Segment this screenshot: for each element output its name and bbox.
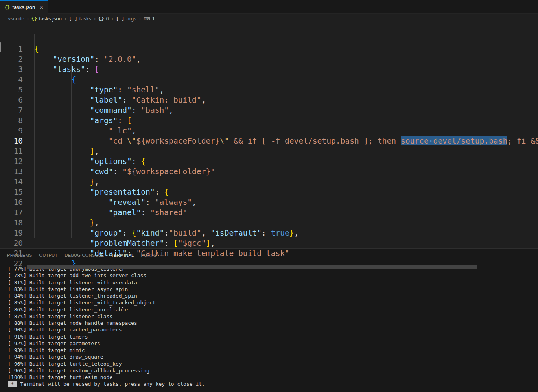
breadcrumb-item-tasks.json[interactable]: {}tasks.json — [31, 16, 62, 22]
breadcrumb-label: 0 — [106, 16, 109, 22]
json-braces-icon: {} — [31, 16, 37, 22]
code-token: : — [141, 208, 150, 217]
selection-highlight: devel/setup.bash — [433, 136, 508, 145]
selection-highlight: source — [401, 136, 429, 145]
breadcrumb-item-tasks[interactable]: [ ]tasks — [69, 16, 91, 22]
code-token: , — [160, 85, 164, 94]
code-token: : — [122, 96, 132, 105]
code-token: , — [201, 96, 206, 105]
code-token — [34, 228, 90, 237]
code-line[interactable]: 16 "reveal": "always", — [0, 197, 538, 208]
breadcrumb-item-0[interactable]: {}0 — [98, 16, 109, 22]
breadcrumb-item-.vscode[interactable]: .vscode — [7, 16, 24, 22]
horizontal-scrollbar[interactable] — [27, 244, 538, 248]
code-line[interactable]: 17 "panel": "shared" — [0, 208, 538, 218]
code-token: : — [132, 157, 141, 166]
code-token: , — [294, 228, 299, 237]
code-line-content: "type": "shell", — [23, 85, 164, 95]
code-token: } — [90, 218, 95, 227]
code-token: , — [136, 55, 141, 64]
code-line[interactable]: 7 "command": "bash", — [0, 105, 538, 116]
code-line-content: { — [23, 44, 39, 54]
code-line[interactable]: 5 "type": "shell", — [0, 85, 538, 95]
code-token: "Catkin: build" — [132, 96, 201, 105]
breadcrumb-separator-icon: › — [64, 16, 66, 22]
code-line[interactable]: 1{ — [0, 44, 538, 54]
line-number: 15 — [0, 187, 23, 197]
tab-tasks-json[interactable]: {} tasks.json ✕ — [0, 0, 48, 14]
code-editor[interactable]: 1{2 "version": "2.0.0",3 "tasks": [4 {5 … — [0, 24, 538, 248]
code-line[interactable]: 6 "label": "Catkin: build", — [0, 95, 538, 105]
code-token: { — [71, 75, 76, 84]
code-line[interactable]: 15 "presentation": { — [0, 187, 538, 197]
code-token: } — [289, 228, 294, 237]
terminal-line: [ 92%] Built target parameters — [8, 340, 538, 347]
code-line[interactable]: 14 }, — [0, 177, 538, 187]
line-number: 14 — [0, 177, 23, 187]
code-token — [34, 126, 109, 135]
line-number: 7 — [0, 105, 23, 116]
close-icon[interactable]: ✕ — [39, 4, 44, 10]
horizontal-scrollbar-thumb[interactable] — [27, 265, 477, 269]
code-line-content: "group": {"kind":"build", "isDefault": t… — [23, 228, 298, 238]
code-token — [34, 85, 90, 94]
code-token: "type" — [90, 85, 118, 94]
code-token — [34, 218, 90, 227]
code-token: \" — [220, 136, 229, 145]
code-token: "group" — [90, 228, 123, 237]
line-number: 22 — [0, 259, 23, 269]
line-number: 9 — [0, 126, 23, 136]
code-token: "version" — [53, 55, 94, 64]
code-line[interactable]: 2 "version": "2.0.0", — [0, 54, 538, 64]
breadcrumb-separator-icon: › — [27, 16, 29, 22]
breadcrumb-item-args[interactable]: [ ]args — [116, 16, 136, 22]
line-number: 20 — [0, 238, 23, 248]
code-token: : — [113, 167, 123, 176]
code-token: : — [146, 198, 155, 207]
code-token: "always" — [155, 198, 192, 207]
code-token — [34, 136, 109, 145]
code-line[interactable]: 12 "options": { — [0, 156, 538, 167]
code-token: "panel" — [109, 208, 141, 217]
code-token — [34, 55, 53, 64]
code-line[interactable]: 18 }, — [0, 218, 538, 228]
code-line[interactable]: 10 "cd \"${workspaceFolder}\" && if [ -f… — [0, 136, 538, 146]
code-line[interactable]: 9 "-lc", — [0, 126, 538, 136]
code-line[interactable]: 11 ], — [0, 146, 538, 156]
symbol-object-icon: {} — [98, 16, 104, 22]
line-number: 13 — [0, 167, 23, 177]
code-token: "build" — [169, 228, 201, 237]
task-reuse-badge: * — [8, 381, 17, 387]
code-token: "shell" — [127, 85, 160, 94]
code-token: : — [118, 85, 127, 94]
line-number: 4 — [0, 75, 23, 85]
code-line-content: "panel": "shared" — [23, 208, 187, 218]
code-token: } — [90, 177, 95, 186]
json-braces-icon: {} — [4, 5, 10, 10]
code-line[interactable]: 3 "tasks": [ — [0, 64, 538, 75]
terminal-line: [ 85%] Built target listener_with_tracke… — [8, 299, 538, 306]
code-token — [34, 208, 109, 217]
code-line-content: "label": "Catkin: build", — [23, 95, 206, 105]
code-line-content: "tasks": [ — [23, 64, 99, 75]
line-number: 21 — [0, 248, 23, 259]
code-line[interactable]: 4 { — [0, 75, 538, 85]
editor-tab-bar: {} tasks.json ✕ — [0, 0, 538, 14]
code-token: "-lc" — [109, 126, 132, 135]
terminal-line: [100%] Built target turtlesim_node — [8, 374, 538, 381]
code-line[interactable]: 8 "args": [ — [0, 116, 538, 126]
code-token — [34, 106, 90, 115]
code-token: : — [118, 116, 127, 125]
symbol-string-icon: abc — [144, 17, 150, 20]
line-number: 6 — [0, 95, 23, 105]
code-token: "reveal" — [109, 198, 146, 207]
code-token: : — [262, 228, 271, 237]
breadcrumb-label: tasks.json — [39, 16, 62, 22]
terminal-line: [ 88%] Built target node_handle_namespac… — [8, 320, 538, 326]
code-line[interactable]: 19 "group": {"kind":"build", "isDefault"… — [0, 228, 538, 238]
breadcrumb-item-1[interactable]: abc1 — [144, 16, 155, 22]
terminal-line: [ 87%] Built target listener_class — [8, 313, 538, 320]
code-token: { — [132, 228, 136, 237]
terminal-line: [ 96%] Built target custom_callback_proc… — [8, 367, 538, 374]
code-line[interactable]: 13 "cwd": "${workspaceFolder}" — [0, 167, 538, 177]
